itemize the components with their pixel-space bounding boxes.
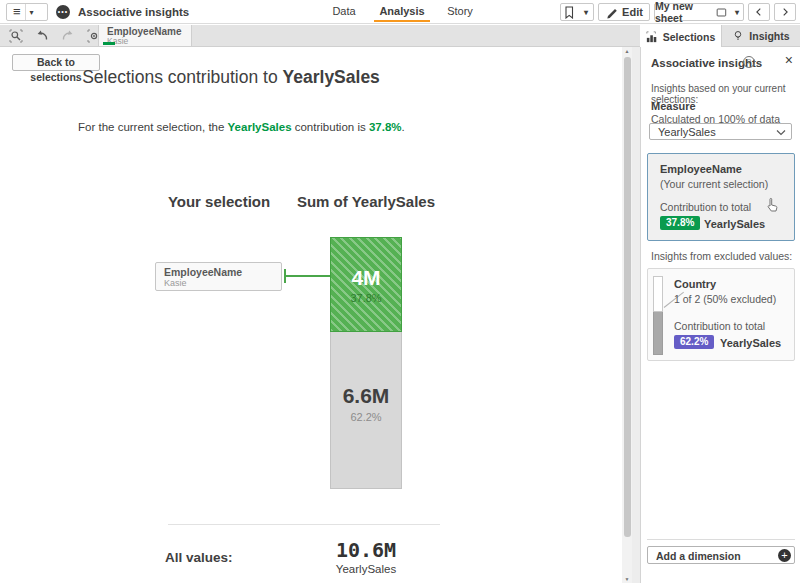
selection-chip-employeename[interactable]: EmployeeName Kasie	[98, 25, 192, 46]
chevron-down-icon: ▾	[580, 8, 592, 17]
page-title-measure: YearlySales	[283, 67, 380, 87]
undo-arrow-icon	[35, 29, 49, 43]
scrollbar-thumb[interactable]	[624, 57, 631, 537]
bar-segment-excluded[interactable]: 6.6M 62.2%	[330, 332, 402, 489]
associative-insights-main: Back to selections Selections contributi…	[0, 47, 622, 583]
top-bar: ≡ ▾ ••• Associative insights Data Analys…	[0, 0, 800, 24]
all-values-label: All values:	[165, 550, 233, 565]
selections-tool-icon	[646, 31, 658, 43]
card-field-name: EmployeeName	[660, 163, 742, 175]
tab-insights-panel[interactable]: Insights	[722, 25, 800, 47]
tab-story[interactable]: Story	[438, 5, 482, 17]
tab-selections-label: Selections	[663, 31, 716, 43]
sum-of-yearlysales-header: Sum of YearlySales	[284, 193, 448, 210]
scroll-down-arrow[interactable]: ▼	[622, 576, 632, 582]
selection-field-box[interactable]: EmployeeName Kasie	[155, 262, 282, 291]
summary-value: 37.8%	[369, 121, 402, 133]
step-forward-button[interactable]	[56, 27, 80, 44]
contribution-badge: 37.8%	[660, 216, 700, 230]
summary-mid: contribution is	[292, 121, 369, 133]
lightbulb-icon	[732, 30, 744, 42]
contribution-label: Contribution to total	[674, 320, 765, 332]
step-back-button[interactable]	[30, 27, 54, 44]
panel-gap	[632, 47, 640, 583]
mini-bar-chart	[653, 276, 663, 355]
connector-line	[285, 275, 330, 277]
tab-selections-panel[interactable]: Selections	[640, 25, 722, 48]
selection-green-indicator	[103, 42, 115, 45]
redo-arrow-icon	[61, 29, 75, 43]
main-scrollbar[interactable]: ▲ ▼	[622, 47, 632, 583]
edit-button[interactable]: Edit	[598, 3, 650, 21]
total-measure-label: YearlySales	[316, 563, 416, 575]
card-measure-label: YearlySales	[704, 218, 765, 230]
selected-segment-value: 4M	[331, 266, 401, 290]
plus-icon: +	[778, 549, 791, 562]
panel-bottom-divider	[647, 539, 795, 540]
global-menu-button[interactable]: ≡ ▾	[6, 3, 48, 21]
bookmarks-button[interactable]: ▾	[560, 3, 594, 21]
close-icon[interactable]: ×	[785, 52, 793, 68]
selection-field-value: Kasie	[164, 278, 187, 288]
summary-pre: For the current selection, the	[78, 121, 228, 133]
bar-segment-selected[interactable]: 4M 37.8%	[330, 237, 402, 332]
tab-analysis[interactable]: Analysis	[370, 5, 434, 17]
help-icon[interactable]: ?	[743, 56, 755, 68]
page-title: Selections contribution to YearlySales	[0, 67, 462, 88]
edit-button-label: Edit	[622, 6, 643, 18]
excluded-insight-card[interactable]: Country 1 of 2 (50% excluded) Contributi…	[647, 268, 795, 361]
selections-toolbar: EmployeeName Kasie	[0, 25, 640, 47]
next-sheet-button[interactable]	[774, 3, 796, 21]
summary-text: For the current selection, the YearlySal…	[78, 121, 405, 133]
measure-dropdown[interactable]: YearlySales	[649, 123, 792, 140]
card-field-name: Country	[674, 278, 716, 290]
sheet-selector-button[interactable]: My new sheet ▾	[654, 3, 744, 21]
chevron-down-icon: ▾	[731, 8, 743, 17]
scroll-up-arrow[interactable]: ▲	[622, 48, 632, 54]
app-title: Associative insights	[78, 6, 189, 18]
sheet-icon	[716, 6, 727, 19]
search-icon	[9, 29, 23, 43]
card-note: 1 of 2 (50% excluded)	[674, 293, 776, 305]
contribution-badge: 62.2%	[674, 335, 714, 349]
panel-tab-bar: Selections Insights	[640, 25, 800, 47]
bookmark-icon	[562, 5, 576, 19]
excluded-segment-percent: 62.2%	[331, 411, 401, 423]
chevron-left-icon	[753, 6, 765, 18]
card-note: (Your current selection)	[660, 178, 768, 190]
hand-cursor-icon	[764, 196, 780, 214]
previous-sheet-button[interactable]	[748, 3, 770, 21]
selection-field-name: EmployeeName	[164, 266, 242, 278]
excluded-values-heading: Insights from excluded values:	[651, 250, 792, 262]
mini-bar-excluded-segment	[653, 312, 663, 355]
mini-bar-included-segment	[653, 276, 663, 312]
selected-segment-percent: 37.8%	[331, 292, 401, 304]
your-selection-header: Your selection	[148, 193, 290, 210]
chevron-down-icon	[776, 129, 786, 136]
contribution-label: Contribution to total	[660, 201, 751, 213]
page-title-prefix: Selections contribution to	[82, 67, 282, 87]
add-dimension-label: Add a dimension	[656, 550, 741, 562]
current-selection-card[interactable]: EmployeeName (Your current selection) Co…	[647, 153, 795, 241]
summary-post: .	[402, 121, 405, 133]
measure-section-label: Measure	[651, 100, 696, 112]
app-logo-icon: •••	[56, 5, 70, 19]
excluded-segment-value: 6.6M	[331, 384, 401, 408]
summary-measure: YearlySales	[228, 121, 292, 133]
pencil-icon	[605, 6, 618, 19]
chevron-right-icon	[779, 6, 791, 18]
tab-insights-label: Insights	[749, 30, 789, 42]
sheet-name: My new sheet	[655, 0, 712, 24]
qlik-app-window: ≡ ▾ ••• Associative insights Data Analys…	[0, 0, 800, 583]
associative-insights-panel: Associative insights ? × Insights based …	[640, 47, 800, 583]
total-value: 10.6M	[316, 538, 416, 562]
tab-data[interactable]: Data	[322, 5, 366, 17]
total-divider	[168, 524, 440, 525]
chevron-down-icon: ▾	[26, 8, 38, 17]
card-measure-label: YearlySales	[720, 337, 781, 349]
smart-search-button[interactable]	[4, 27, 28, 44]
add-dimension-button[interactable]: Add a dimension +	[647, 546, 795, 564]
measure-dropdown-value: YearlySales	[658, 126, 716, 138]
hamburger-icon: ≡	[7, 4, 25, 21]
